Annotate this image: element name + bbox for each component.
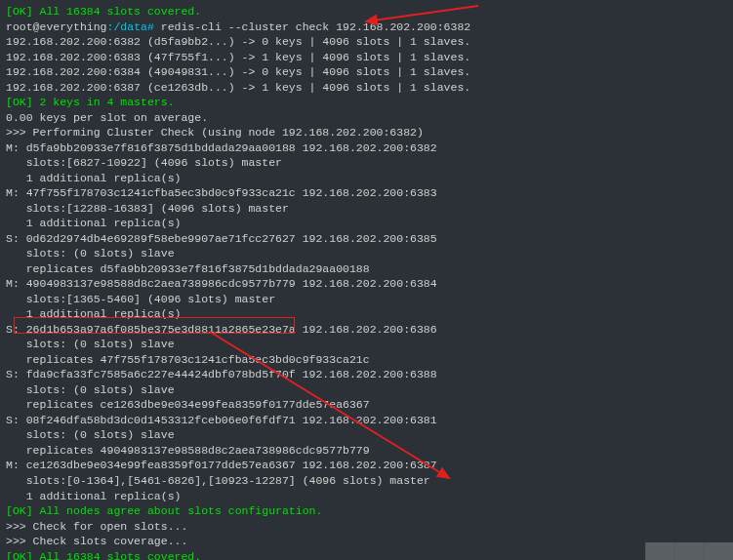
ok-all-slots-bottom: [OK] All 16384 slots covered. — [6, 549, 727, 560]
master-1-id: M: d5fa9bb20933e7f816f3875d1bddada29aa00… — [6, 140, 727, 156]
ok-all-slots-top: [OK] All 16384 slots covered. — [6, 4, 727, 20]
slave-2-id: S: 26d1b653a97a6f085be375e3d8811a2865e23… — [6, 322, 727, 338]
keys-per-slot: 0.00 keys per slot on average. — [6, 110, 727, 126]
master-1-replica: 1 additional replica(s) — [6, 171, 727, 186]
node-summary-3: 192.168.202.200:6384 (49049831...) -> 0 … — [6, 64, 727, 80]
master-2-replica: 1 additional replica(s) — [6, 216, 727, 231]
slave-2-replicates: replicates 47f755f178703c1241cfba5ec3bd0… — [6, 352, 727, 368]
master-1-slots: slots:[6827-10922] (4096 slots) master — [6, 155, 727, 171]
slave-3-slots: slots: (0 slots) slave — [6, 382, 727, 398]
master-3-replica: 1 additional replica(s) — [6, 306, 727, 322]
master-4-slots: slots:[0-1364],[5461-6826],[10923-12287]… — [6, 473, 727, 489]
slave-1-id: S: 0d62d2974db4e69289f58ebe9907ae71fcc27… — [6, 231, 727, 247]
master-4-replica: 1 additional replica(s) — [6, 489, 727, 504]
prompt-path: :/data# — [107, 20, 154, 33]
master-2-slots: slots:[12288-16383] (4096 slots) master — [6, 201, 727, 217]
slave-1-slots: slots: (0 slots) slave — [6, 246, 727, 261]
slave-2-slots: slots: (0 slots) slave — [6, 337, 727, 352]
prompt-line-check[interactable]: root@everything:/data# redis-cli --clust… — [6, 20, 727, 35]
master-2-id: M: 47f755f178703c1241cfba5ec3bd0c9f933ca… — [6, 185, 727, 201]
ok-keys-masters: [OK] 2 keys in 4 masters. — [6, 95, 727, 110]
bottom-tray — [645, 542, 733, 560]
node-summary-1: 192.168.202.200:6382 (d5fa9bb2...) -> 0 … — [6, 34, 727, 50]
ok-nodes-agree: [OK] All nodes agree about slots configu… — [6, 503, 727, 519]
slave-4-slots: slots: (0 slots) slave — [6, 427, 727, 443]
node-summary-4: 192.168.202.200:6387 (ce1263db...) -> 1 … — [6, 80, 727, 96]
slave-4-id: S: 08f246dfa58bd3dc0d1453312fceb06e0f6fd… — [6, 413, 727, 428]
check-open-slots: >>> Check for open slots... — [6, 519, 727, 535]
master-3-slots: slots:[1365-5460] (4096 slots) master — [6, 292, 727, 307]
slave-1-replicates: replicates d5fa9bb20933e7f816f3875d1bdda… — [6, 261, 727, 277]
master-4-id: M: ce1263dbe9e034e99fea8359f0177dde57ea6… — [6, 458, 727, 473]
node-summary-2: 192.168.202.200:6383 (47f755f1...) -> 1 … — [6, 50, 727, 65]
master-3-id: M: 4904983137e98588d8c2aea738986cdc9577b… — [6, 276, 727, 292]
performing-check: >>> Performing Cluster Check (using node… — [6, 125, 727, 140]
slave-4-replicates: replicates 4904983137e98588d8c2aea738986… — [6, 443, 727, 459]
slave-3-replicates: replicates ce1263dbe9e034e99fea8359f0177… — [6, 397, 727, 413]
command-check: redis-cli --cluster check 192.168.202.20… — [154, 20, 470, 33]
prompt-user: root@everything — [6, 20, 107, 33]
slave-3-id: S: fda9cfa33fc7585a6c227e44424dbf078bd5f… — [6, 367, 727, 382]
check-slots-coverage: >>> Check slots coverage... — [6, 534, 727, 549]
